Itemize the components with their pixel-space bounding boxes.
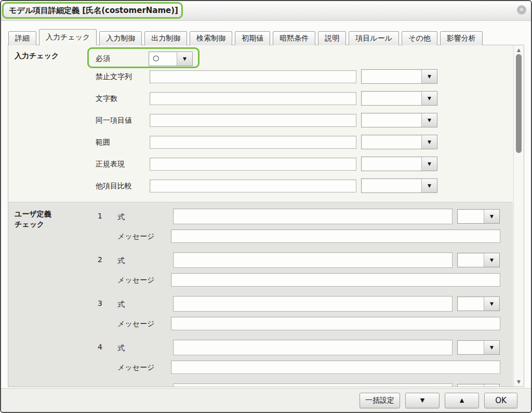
user-defined-check-label-line2: チェック: [15, 220, 44, 229]
other-item-comparison-label: 他項目比較: [96, 182, 132, 191]
char-count-input[interactable]: [150, 92, 356, 105]
footer-bar: 一括設定 ▼ ▲ OK: [1, 388, 531, 412]
tab-search-control[interactable]: 検索制御: [190, 31, 232, 45]
tab-initial-value[interactable]: 初期値: [235, 31, 270, 45]
scrollbar-thumb[interactable]: [516, 54, 522, 153]
expression-input-4[interactable]: [173, 340, 453, 355]
prohibited-strings-dropdown[interactable]: ▼: [361, 69, 437, 84]
check-item-number: 1: [98, 212, 102, 220]
other-item-comparison-dropdown-value: [362, 179, 421, 192]
user-defined-check-section: ユーザ定義 チェック 1 式 ▼ メッセージ 2 式 ▼ メッセージ 3: [8, 202, 513, 386]
required-dropdown[interactable]: ○ ▼: [149, 51, 193, 66]
message-label: メッセージ: [117, 232, 154, 241]
message-label: メッセージ: [117, 319, 154, 329]
vertical-scrollbar[interactable]: ▲ ▼: [513, 45, 524, 386]
chevron-down-icon[interactable]: ▼: [421, 70, 437, 83]
chevron-down-icon[interactable]: ▼: [177, 52, 192, 66]
range-input[interactable]: [150, 136, 356, 149]
tab-implicit-condition[interactable]: 暗黙条件: [273, 31, 315, 45]
other-item-comparison-dropdown[interactable]: ▼: [361, 178, 437, 193]
input-check-section-label: 入力チェック: [15, 51, 59, 61]
model-item-detail-dialog: モデル項目詳細定義 [氏名(costomerName)] ✕ 詳細 入力チェック…: [0, 0, 532, 413]
other-item-comparison-input[interactable]: [150, 179, 356, 192]
expression-dropdown-4[interactable]: ▼: [457, 340, 500, 355]
tab-others[interactable]: その他: [402, 31, 437, 45]
prohibited-strings-label: 禁止文字列: [96, 72, 132, 82]
expression-input-2[interactable]: [173, 252, 453, 268]
expression-label: 式: [117, 300, 125, 309]
tab-description[interactable]: 説明: [318, 31, 346, 45]
expression-input-1[interactable]: [173, 209, 453, 224]
dialog-title: モデル項目詳細定義 [氏名(costomerName)]: [9, 6, 178, 16]
expression-dropdown-3[interactable]: ▼: [457, 296, 500, 311]
scroll-down-icon[interactable]: ▼: [514, 379, 524, 384]
chevron-down-icon[interactable]: ▼: [484, 210, 499, 223]
same-item-value-dropdown[interactable]: ▼: [361, 113, 437, 127]
expression-input-5[interactable]: [173, 383, 453, 386]
regex-dropdown-value: [362, 157, 421, 171]
message-input-1[interactable]: [171, 229, 500, 243]
tab-item-rule[interactable]: 項目ルール: [349, 31, 399, 45]
move-up-button[interactable]: ▲: [445, 393, 479, 408]
same-item-value-dropdown-value: [362, 113, 421, 127]
message-input-3[interactable]: [171, 317, 500, 330]
expression-dropdown-value: [458, 297, 484, 311]
expression-label: 式: [117, 256, 125, 266]
expression-dropdown-value: [458, 384, 484, 386]
batch-setting-button[interactable]: 一括設定: [360, 393, 400, 408]
tab-detail[interactable]: 詳細: [8, 31, 36, 45]
range-label: 範囲: [96, 138, 110, 147]
char-count-dropdown-value: [362, 92, 421, 105]
tab-input-control[interactable]: 入力制御: [99, 31, 142, 45]
expression-dropdown-value: [458, 341, 484, 354]
check-item-number: 3: [98, 299, 102, 307]
user-defined-check-label-line1: ユーザ定義: [15, 210, 51, 219]
chevron-down-icon[interactable]: ▼: [484, 253, 499, 267]
char-count-label: 文字数: [96, 94, 117, 104]
prohibited-strings-dropdown-value: [362, 70, 421, 83]
check-item-number: 2: [98, 255, 102, 264]
expression-label: 式: [117, 344, 125, 353]
regex-input[interactable]: [150, 158, 356, 171]
range-dropdown-value: [362, 135, 421, 149]
required-dropdown-value: ○: [149, 52, 177, 66]
expression-dropdown-2[interactable]: ▼: [457, 253, 500, 267]
prohibited-strings-input[interactable]: [150, 70, 356, 83]
tab-input-check[interactable]: 入力チェック: [39, 29, 97, 45]
scroll-up-icon[interactable]: ▲: [514, 47, 524, 53]
char-count-dropdown[interactable]: ▼: [361, 91, 437, 106]
move-down-button[interactable]: ▼: [405, 393, 440, 408]
chevron-down-icon[interactable]: ▼: [484, 341, 499, 354]
chevron-down-icon[interactable]: ▼: [421, 135, 437, 149]
tab-impact-analysis[interactable]: 影響分析: [440, 31, 483, 45]
same-item-value-label: 同一項目値: [96, 116, 132, 125]
message-input-4[interactable]: [171, 360, 500, 374]
expression-input-3[interactable]: [173, 296, 453, 312]
chevron-down-icon[interactable]: ▼: [421, 157, 437, 171]
chevron-down-icon[interactable]: ▼: [484, 297, 499, 311]
check-item-number: 4: [98, 343, 102, 351]
ok-button[interactable]: OK: [484, 393, 517, 408]
message-label: メッセージ: [117, 276, 154, 285]
chevron-down-icon[interactable]: ▼: [421, 113, 437, 127]
chevron-down-icon[interactable]: ▼: [421, 92, 437, 105]
same-item-value-input[interactable]: [150, 114, 356, 127]
regex-label: 正規表現: [96, 160, 125, 169]
title-bar: モデル項目詳細定義 [氏名(costomerName)] ✕: [1, 1, 531, 21]
expression-dropdown-value: [458, 210, 484, 223]
chevron-down-icon[interactable]: ▼: [421, 179, 437, 192]
chevron-down-icon[interactable]: ▼: [484, 384, 499, 386]
tab-bar: 詳細 入力チェック 入力制御 出力制御 検索制御 初期値 暗黙条件 説明 項目ル…: [8, 30, 524, 45]
message-input-2[interactable]: [171, 273, 500, 287]
input-check-section: 入力チェック 必須 ○ ▼ 禁止文字列 ▼ 文字数 ▼ 同一項目値: [8, 45, 513, 202]
regex-dropdown[interactable]: ▼: [361, 157, 437, 171]
expression-dropdown-1[interactable]: ▼: [457, 209, 500, 224]
required-label: 必須: [96, 54, 110, 63]
tab-output-control[interactable]: 出力制御: [144, 31, 187, 45]
expression-dropdown-5[interactable]: ▼: [457, 384, 500, 386]
close-icon[interactable]: ✕: [517, 5, 526, 15]
expression-label: 式: [117, 213, 125, 222]
range-dropdown[interactable]: ▼: [361, 135, 437, 149]
tab-content-panel: 入力チェック 必須 ○ ▼ 禁止文字列 ▼ 文字数 ▼ 同一項目値: [8, 45, 524, 387]
message-label: メッセージ: [117, 363, 154, 372]
